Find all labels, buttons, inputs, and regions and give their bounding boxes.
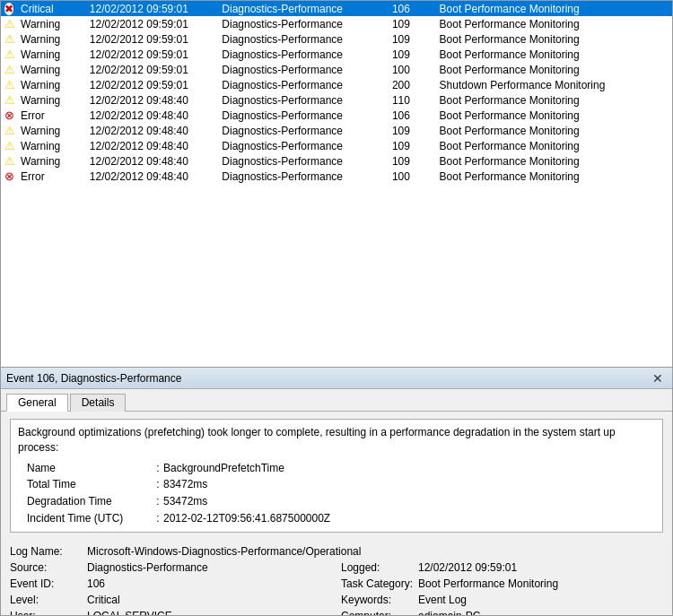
task-cat-row: Task Category: Boot Performance Monitori… (341, 577, 663, 590)
warning-icon (4, 64, 17, 76)
level-value: Critical (87, 594, 120, 606)
warning-icon (4, 94, 17, 107)
event-id-cell: 100 (389, 62, 436, 77)
event-level-cell: Error (1, 108, 86, 123)
critical-icon (4, 3, 17, 15)
event-level-cell: Warning (1, 16, 86, 31)
tab-general[interactable]: General (6, 394, 68, 412)
event-source-cell: Diagnostics-Performance (218, 31, 389, 47)
user-value: LOCAL SERVICE (87, 610, 172, 615)
table-row[interactable]: Warning 12/02/2012 09:59:01 Diagnostics-… (1, 31, 672, 47)
user-label: User: (10, 610, 82, 615)
event-id-label: Event ID: (10, 577, 82, 590)
table-row[interactable]: Warning 12/02/2012 09:48:40 Diagnostics-… (1, 138, 672, 153)
event-level-cell: Warning (1, 62, 86, 77)
kv-val: 2012-02-12T09:56:41.687500000Z (163, 511, 655, 526)
source-label: Source: (10, 561, 82, 574)
event-date-cell: 12/02/2012 09:59:01 (86, 1, 218, 16)
keywords-label: Keywords: (341, 594, 413, 606)
event-date-cell: 12/02/2012 09:48:40 (86, 138, 218, 153)
computer-label: Computer: (341, 610, 413, 615)
event-level-cell: Warning (1, 47, 86, 62)
event-date-cell: 12/02/2012 09:59:01 (86, 16, 218, 31)
table-row[interactable]: Warning 12/02/2012 09:48:40 Diagnostics-… (1, 153, 672, 169)
event-date-cell: 12/02/2012 09:48:40 (86, 92, 218, 108)
event-task-cell: Boot Performance Monitoring (436, 123, 672, 138)
event-task-cell: Boot Performance Monitoring (436, 47, 672, 62)
event-task-cell: Boot Performance Monitoring (436, 92, 672, 108)
keywords-row: Keywords: Event Log (341, 594, 663, 606)
kv-key: Name (27, 461, 153, 476)
warning-icon (4, 125, 17, 137)
kv-val: 53472ms (163, 494, 655, 509)
event-task-cell: Boot Performance Monitoring (436, 138, 672, 153)
close-button[interactable]: ✕ (649, 371, 667, 386)
event-source-cell: Diagnostics-Performance (218, 1, 389, 16)
description-text: Background optimizations (prefetching) t… (18, 425, 655, 455)
table-row[interactable]: Warning 12/02/2012 09:48:40 Diagnostics-… (1, 92, 672, 108)
logged-value: 12/02/2012 09:59:01 (418, 561, 517, 574)
event-source-cell: Diagnostics-Performance (218, 169, 389, 184)
logged-label: Logged: (341, 561, 413, 574)
kv-sep: : (153, 494, 163, 509)
event-date-cell: 12/02/2012 09:48:40 (86, 123, 218, 138)
detail-panel: Event 106, Diagnostics-Performance ✕ Gen… (0, 368, 673, 616)
warning-icon (4, 18, 17, 30)
warning-icon (4, 48, 17, 61)
log-name-value: Microsoft-Windows-Diagnostics-Performanc… (87, 545, 361, 558)
task-cat-value: Boot Performance Monitoring (418, 577, 558, 590)
kv-sep: : (153, 477, 163, 492)
level-label: Level: (10, 594, 82, 606)
event-date-cell: 12/02/2012 09:59:01 (86, 62, 218, 77)
event-level-cell: Warning (1, 138, 86, 153)
tab-details[interactable]: Details (70, 394, 127, 412)
kv-key: Incident Time (UTC) (27, 511, 153, 526)
event-task-cell: Boot Performance Monitoring (436, 62, 672, 77)
event-task-cell: Boot Performance Monitoring (436, 1, 672, 16)
event-log-table-container: Critical 12/02/2012 09:59:01 Diagnostics… (0, 0, 673, 368)
log-name-row: Log Name: Microsoft-Windows-Diagnostics-… (10, 545, 663, 558)
source-value: Diagnostics-Performance (87, 561, 208, 574)
event-id-cell: 109 (389, 16, 436, 31)
event-id-row: Event ID: 106 (10, 577, 332, 590)
event-task-cell: Boot Performance Monitoring (436, 16, 672, 31)
event-date-cell: 12/02/2012 09:59:01 (86, 31, 218, 47)
kv-key: Degradation Time (27, 494, 153, 509)
detail-content: Background optimizations (prefetching) t… (1, 412, 672, 615)
table-row[interactable]: Warning 12/02/2012 09:48:40 Diagnostics-… (1, 123, 672, 138)
event-source-cell: Diagnostics-Performance (218, 153, 389, 169)
event-log-table: Critical 12/02/2012 09:59:01 Diagnostics… (1, 1, 672, 184)
table-row[interactable]: Warning 12/02/2012 09:59:01 Diagnostics-… (1, 16, 672, 31)
logged-row: Logged: 12/02/2012 09:59:01 (341, 561, 663, 574)
detail-fields: Log Name: Microsoft-Windows-Diagnostics-… (10, 545, 663, 615)
warning-icon (4, 140, 17, 152)
event-date-cell: 12/02/2012 09:48:40 (86, 169, 218, 184)
keywords-value: Event Log (418, 594, 467, 606)
event-level-cell: Critical (1, 1, 86, 16)
detail-titlebar: Event 106, Diagnostics-Performance ✕ (1, 368, 672, 389)
event-id-cell: 109 (389, 123, 436, 138)
table-row[interactable]: Warning 12/02/2012 09:59:01 Diagnostics-… (1, 77, 672, 92)
table-row[interactable]: Warning 12/02/2012 09:59:01 Diagnostics-… (1, 62, 672, 77)
event-level-cell: Warning (1, 77, 86, 92)
event-source-cell: Diagnostics-Performance (218, 62, 389, 77)
table-row[interactable]: Critical 12/02/2012 09:59:01 Diagnostics… (1, 1, 672, 16)
event-task-cell: Boot Performance Monitoring (436, 108, 672, 123)
warning-icon (4, 79, 17, 91)
event-id-value: 106 (87, 577, 105, 590)
detail-title: Event 106, Diagnostics-Performance (6, 372, 181, 385)
computer-row: Computer: adiomain-PC (341, 610, 663, 615)
event-id-cell: 109 (389, 138, 436, 153)
event-level-cell: Warning (1, 123, 86, 138)
source-row: Source: Diagnostics-Performance (10, 561, 332, 574)
event-id-cell: 109 (389, 47, 436, 62)
event-id-cell: 200 (389, 77, 436, 92)
table-row[interactable]: Error 12/02/2012 09:48:40 Diagnostics-Pe… (1, 169, 672, 184)
table-row[interactable]: Warning 12/02/2012 09:59:01 Diagnostics-… (1, 47, 672, 62)
event-task-cell: Boot Performance Monitoring (436, 169, 672, 184)
event-source-cell: Diagnostics-Performance (218, 47, 389, 62)
event-source-cell: Diagnostics-Performance (218, 92, 389, 108)
event-date-cell: 12/02/2012 09:59:01 (86, 77, 218, 92)
event-id-cell: 106 (389, 1, 436, 16)
table-row[interactable]: Error 12/02/2012 09:48:40 Diagnostics-Pe… (1, 108, 672, 123)
